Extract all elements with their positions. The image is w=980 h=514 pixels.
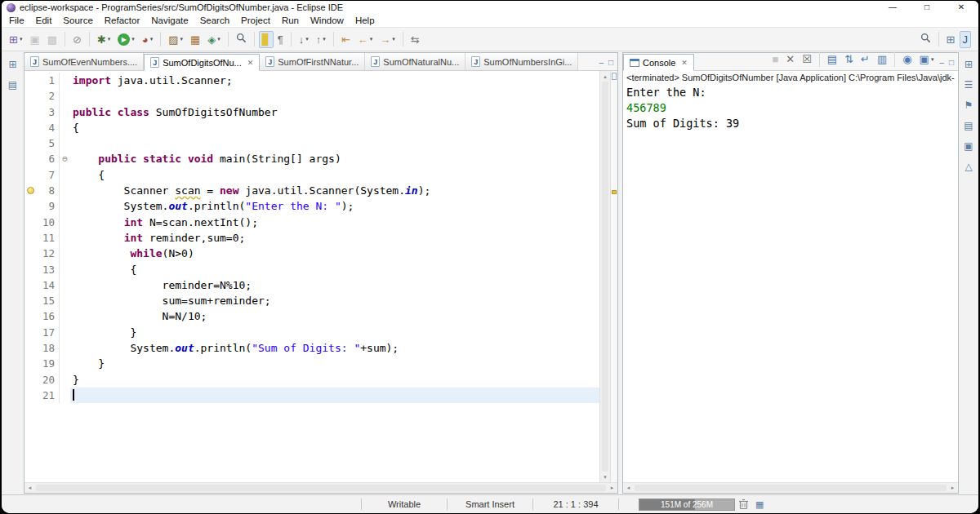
code-line[interactable]: { [70,120,599,135]
fold-gutter[interactable] [59,198,70,214]
code-line[interactable]: Scanner scan = new java.util.Scanner(Sys… [70,183,599,198]
code-line[interactable]: } [70,356,599,371]
dropdown-arrow-icon[interactable]: ▾ [323,36,326,42]
code-lines[interactable]: 1import java.util.Scanner;23public class… [24,71,599,482]
new-java-class-button[interactable]: ◈▾ [204,31,224,48]
line-number[interactable]: 15 [36,293,59,308]
code-line[interactable]: public static void main(String[] args) [70,151,599,166]
back-button[interactable]: ←▾ [354,31,376,48]
build-automation-icon[interactable]: ⚑ [961,99,976,112]
annotation-gutter[interactable] [24,88,36,104]
annotation-gutter[interactable] [24,246,36,261]
fold-gutter[interactable] [59,230,70,246]
fold-gutter[interactable] [59,262,70,277]
insert-mode-status[interactable]: Smart Insert [448,499,532,509]
minimize-console-icon[interactable]: – [939,59,944,67]
line-number[interactable]: 8 [36,183,59,198]
code-line[interactable]: import java.util.Scanner; [70,73,599,88]
menu-edit[interactable]: Edit [30,15,58,26]
fold-gutter[interactable] [59,215,70,230]
code-line[interactable] [70,135,599,151]
dropdown-arrow-icon[interactable]: ▾ [305,36,309,42]
word-wrap-button[interactable]: ↵ [858,51,873,68]
scroll-right-icon[interactable]: ▸ [607,483,617,493]
line-number[interactable]: 9 [36,198,59,214]
line-number[interactable]: 21 [36,388,59,403]
line-number[interactable]: 17 [36,325,59,340]
fold-gutter[interactable] [59,88,70,104]
task-list-icon[interactable]: ▤ [961,119,976,132]
line-number[interactable]: 18 [36,340,59,356]
problems-icon[interactable]: △ [961,160,976,173]
show-on-output-button[interactable]: ▥ [874,51,890,68]
restore-explorer-icon[interactable]: ⊞ [6,58,20,71]
scroll-lock-button[interactable]: ⇅ [841,51,857,68]
snippets-icon[interactable]: ▣ [961,140,976,153]
annotation-gutter[interactable] [24,167,36,183]
scrollbar-thumb[interactable] [36,485,606,491]
annotation-gutter[interactable] [24,104,36,120]
outline-icon[interactable]: ☰ [961,78,976,91]
scrollbar-thumb[interactable] [602,82,608,472]
fold-gutter[interactable] [59,308,70,324]
maximize-window-button[interactable]: □ [910,1,944,14]
annotation-gutter[interactable] [24,372,36,388]
fold-gutter[interactable] [59,293,70,308]
garbage-collect-button[interactable] [738,498,749,510]
annotation-gutter[interactable] [24,325,36,340]
fold-gutter[interactable] [59,325,70,340]
menu-source[interactable]: Source [57,15,98,26]
minimize-editor-icon[interactable]: – [599,59,604,67]
restore-views-icon[interactable]: ⊞ [961,58,976,71]
menu-project[interactable]: Project [235,15,276,26]
fold-gutter[interactable] [59,135,70,151]
remove-launch-button[interactable]: ✕ [782,51,798,68]
mark-occurrences-button[interactable]: ▊ [259,31,274,48]
fold-gutter[interactable] [59,104,70,120]
line-number[interactable]: 11 [36,230,59,246]
menu-run[interactable]: Run [276,15,305,26]
annotation-gutter[interactable] [24,151,36,166]
open-console-button[interactable]: ▣▾ [916,51,938,68]
close-tab-icon[interactable]: ✕ [247,59,254,67]
code-line[interactable]: reminder=N%10; [70,277,599,293]
editor-tab[interactable]: JSumOfNumbersInGi... [466,53,578,70]
forward-button[interactable]: →▾ [376,31,399,48]
annotation-gutter[interactable] [24,293,36,308]
fold-gutter[interactable] [59,246,70,261]
skip-all-breakpoints-button[interactable]: ⊘ [69,31,85,48]
editor-tab[interactable]: JSumOfFirstNNatur... [260,53,365,70]
fold-gutter[interactable] [59,388,70,403]
line-number[interactable]: 16 [36,308,59,324]
fold-gutter[interactable]: ⊖ [59,151,70,166]
previous-annotation-button[interactable]: ↑▾ [313,31,329,48]
code-line[interactable]: int reminder,sum=0; [70,230,599,246]
menu-help[interactable]: Help [350,15,381,26]
scroll-right-icon[interactable]: ▸ [947,483,958,493]
code-line[interactable]: while(N>0) [70,246,599,261]
line-number[interactable]: 13 [36,262,59,277]
menu-window[interactable]: Window [305,15,350,26]
new-java-project-button[interactable]: ▨▾ [165,31,186,48]
menu-navigate[interactable]: Navigate [145,15,194,26]
annotation-gutter[interactable] [24,262,36,277]
code-line[interactable]: { [70,167,599,183]
new-java-package-button[interactable]: ▦ [187,31,203,48]
coverage-button[interactable]: ◕▾ [139,31,156,48]
code-line[interactable]: } [70,372,599,388]
code-line[interactable]: System.out.println("Sum of Digits: "+sum… [70,340,599,356]
line-number[interactable]: 7 [36,167,59,183]
annotation-gutter[interactable] [24,356,36,371]
code-line[interactable]: int N=scan.nextInt(); [70,215,599,230]
clear-console-button[interactable]: ▤ [824,51,840,68]
annotation-gutter[interactable] [24,73,36,88]
annotation-gutter[interactable] [24,183,36,198]
close-window-button[interactable]: ✕ [944,1,978,14]
code-line[interactable] [70,388,599,403]
last-edit-location-button[interactable]: ⇤ [338,31,354,48]
code-line[interactable] [70,88,599,104]
minimize-window-button[interactable]: — [875,1,910,14]
line-number[interactable]: 12 [36,246,59,261]
line-number[interactable]: 5 [36,135,59,151]
fold-gutter[interactable] [59,340,70,356]
